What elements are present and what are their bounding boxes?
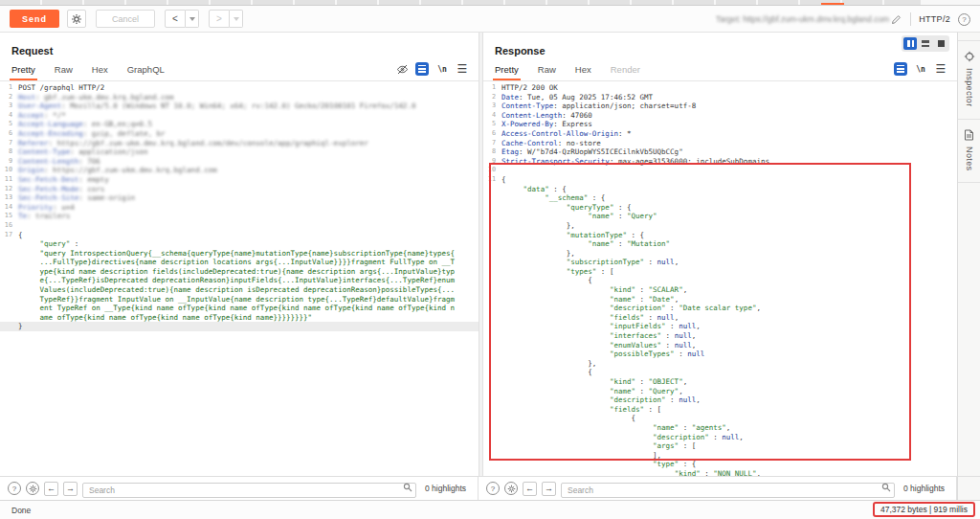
request-search-input[interactable] xyxy=(82,483,416,498)
line-number: 1 xyxy=(483,83,496,93)
active-tab-marker xyxy=(821,3,844,5)
line-number: 3 xyxy=(483,102,496,111)
code-line: 9Strict-Transport-Security: max-age=3153… xyxy=(483,157,957,167)
code-line: 16 xyxy=(0,221,479,231)
request-panel: Request Pretty Raw Hex GraphQL \n ☰ xyxy=(0,33,479,476)
code-line: "__schema" : { xyxy=(483,193,957,203)
tab-request-raw[interactable]: Raw xyxy=(55,64,73,80)
search-next-button[interactable]: → xyxy=(63,482,78,496)
editor-menu-icon[interactable]: ☰ xyxy=(456,62,469,76)
code-line: "mutationType" : { xyxy=(483,231,957,240)
hide-nonprintable-button[interactable] xyxy=(395,62,409,76)
send-settings-button[interactable] xyxy=(67,10,86,28)
tab-response-raw[interactable]: Raw xyxy=(538,64,556,80)
code-line: "name" : "Query" xyxy=(483,212,957,221)
status-text: Done xyxy=(11,506,31,515)
code-line: 7Cache-Control: no-store xyxy=(483,139,957,148)
search-settings-button[interactable] xyxy=(26,482,39,495)
search-row: ? ← → 0 highlights ? xyxy=(0,476,980,500)
side-rail-stub xyxy=(957,477,980,500)
code-line: "data" : { xyxy=(483,185,957,194)
code-line: 7Referer: https://gbf.zum-ukm.dmv.krq.bg… xyxy=(0,139,479,148)
code-line: { xyxy=(483,276,957,285)
code-line: "description" : null, xyxy=(483,395,957,405)
cancel-button[interactable]: Cancel xyxy=(96,10,155,28)
history-back-dropdown[interactable] xyxy=(186,10,199,28)
layout-single-button[interactable] xyxy=(934,37,947,50)
code-line: "enumValues" : null, xyxy=(483,341,957,350)
history-forward-button[interactable]: > xyxy=(209,10,230,28)
code-line: "query IntrospectionQuery{__schema{query… xyxy=(0,249,479,259)
word-wrap-toggle[interactable] xyxy=(894,62,907,76)
line-number: 10 xyxy=(483,166,496,175)
search-help-icon[interactable]: ? xyxy=(486,482,500,495)
request-editor[interactable]: 1POST /graphql HTTP/22Host: gbf.zum-ukm.… xyxy=(0,81,479,476)
gear-icon xyxy=(71,13,82,25)
response-editor[interactable]: 1HTTP/2 200 OK2Date: Tue, 05 Aug 2025 17… xyxy=(483,81,957,476)
sidebar-tab-inspector[interactable]: Inspector xyxy=(958,40,980,120)
code-line: 10 xyxy=(483,166,957,175)
line-number: 5 xyxy=(483,120,496,129)
code-line: 6Accept-Encoding: gzip, deflate, br xyxy=(0,129,479,139)
code-line: }, xyxy=(483,221,957,231)
code-line: 12Sec-Fetch-Mode: cors xyxy=(0,185,479,194)
editor-menu-icon[interactable]: ☰ xyxy=(934,62,947,76)
code-line: 11Sec-Fetch-Dest: empty xyxy=(0,175,479,185)
search-next-button[interactable]: → xyxy=(542,482,556,496)
line-number: 10 xyxy=(0,166,12,175)
tab-request-pretty[interactable]: Pretty xyxy=(11,64,35,80)
layout-rows-button[interactable] xyxy=(919,37,932,50)
code-line: "inputFields" : null, xyxy=(483,322,957,331)
line-number: 7 xyxy=(483,139,496,148)
search-prev-button[interactable]: ← xyxy=(44,482,58,496)
code-line: 1HTTP/2 200 OK xyxy=(483,83,957,93)
code-line: "possibleTypes" : null xyxy=(483,350,957,359)
request-tabs: Pretty Raw Hex GraphQL \n ☰ xyxy=(0,58,479,81)
line-number: 11 xyxy=(0,175,12,185)
code-line: }, xyxy=(483,249,957,259)
search-help-icon[interactable]: ? xyxy=(8,482,21,495)
tab-response-pretty[interactable]: Pretty xyxy=(495,64,519,80)
history-back-button[interactable]: < xyxy=(165,10,186,28)
line-number: 4 xyxy=(483,111,496,121)
search-settings-button[interactable] xyxy=(504,482,518,495)
sidebar-tab-notes[interactable]: Notes xyxy=(958,120,980,184)
show-newlines-toggle[interactable]: \n xyxy=(914,62,927,76)
chevron-down-icon xyxy=(234,17,239,21)
wrap-lines-icon xyxy=(418,65,426,73)
response-title: Response xyxy=(495,45,546,56)
line-number: 8 xyxy=(0,147,12,157)
code-line: "queryType" : { xyxy=(483,203,957,213)
code-line: "description" : "Date scalar type", xyxy=(483,304,957,313)
tab-request-graphql[interactable]: GraphQL xyxy=(127,64,165,80)
code-line: ent TypeRef on __Type{kind name ofType{k… xyxy=(0,304,479,313)
tab-response-render[interactable]: Render xyxy=(611,64,640,80)
tab-request-hex[interactable]: Hex xyxy=(92,64,108,80)
divider xyxy=(910,12,911,26)
line-number: 6 xyxy=(0,129,12,139)
code-line: 2Date: Tue, 05 Aug 2025 17:46:52 GMT xyxy=(483,93,957,102)
code-line: 15Te: trailers xyxy=(0,212,479,221)
response-search-input[interactable] xyxy=(561,483,895,498)
search-prev-button[interactable]: ← xyxy=(523,482,537,496)
line-number: 9 xyxy=(483,157,496,167)
help-icon[interactable]: ? xyxy=(958,13,970,26)
code-line: 14Priority: u=4 xyxy=(0,203,479,213)
line-number: 7 xyxy=(0,139,12,148)
code-line: "fields" : null, xyxy=(483,313,957,323)
response-metrics-annotated: 47,372 bytes | 919 millis xyxy=(873,502,975,517)
layout-columns-button[interactable] xyxy=(903,37,917,50)
history-forward-dropdown[interactable] xyxy=(230,10,243,28)
show-newlines-toggle[interactable]: \n xyxy=(435,62,449,76)
send-button[interactable]: Send xyxy=(10,10,59,28)
edit-target-button[interactable] xyxy=(889,12,902,26)
code-line: { xyxy=(483,414,957,423)
word-wrap-toggle[interactable] xyxy=(415,62,429,76)
tab-response-hex[interactable]: Hex xyxy=(575,64,591,80)
inspector-icon xyxy=(964,51,975,62)
chevron-down-icon xyxy=(189,17,195,21)
code-line: 3User-Agent: Mozilla/5.0 (Windows NT 10.… xyxy=(0,102,479,111)
layout-toggle-group xyxy=(902,35,949,52)
search-icon xyxy=(881,483,891,492)
response-tabs: Pretty Raw Hex Render \n ☰ xyxy=(483,58,957,81)
